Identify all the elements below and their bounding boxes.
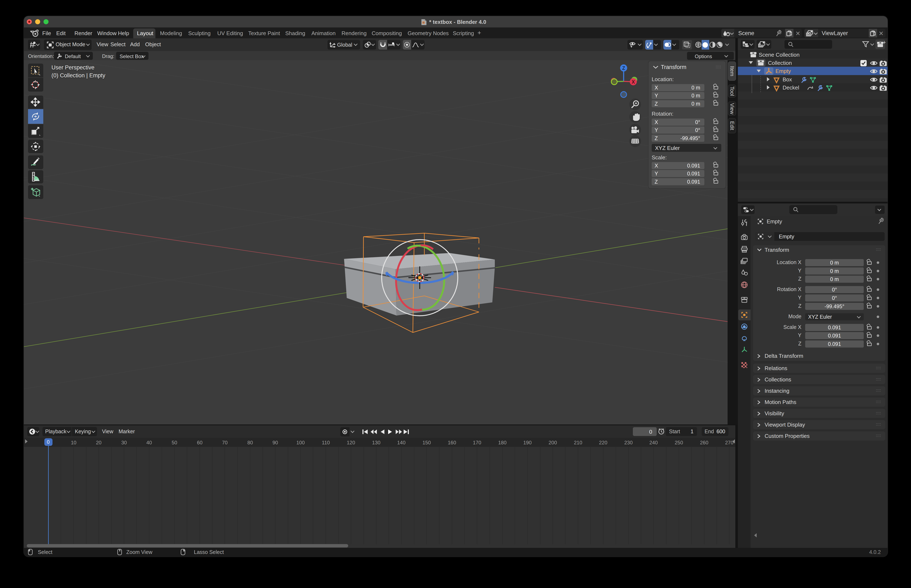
- svg-text:160: 160: [448, 440, 456, 446]
- svg-text:60: 60: [197, 440, 203, 446]
- svg-text:100: 100: [296, 440, 305, 446]
- svg-text:120: 120: [347, 440, 355, 446]
- svg-text:130: 130: [372, 440, 380, 446]
- svg-text:X: X: [632, 79, 635, 85]
- svg-text:20: 20: [96, 440, 102, 446]
- svg-text:230: 230: [624, 440, 633, 446]
- svg-text:180: 180: [498, 440, 507, 446]
- svg-text:140: 140: [397, 440, 405, 446]
- svg-text:170: 170: [473, 440, 481, 446]
- svg-text:30: 30: [121, 440, 127, 446]
- svg-text:10: 10: [71, 440, 76, 446]
- svg-text:70: 70: [222, 440, 228, 446]
- svg-text:200: 200: [549, 440, 557, 446]
- svg-text:Z: Z: [622, 65, 625, 71]
- svg-text:40: 40: [146, 440, 152, 446]
- svg-text:250: 250: [675, 440, 683, 446]
- svg-text:110: 110: [322, 440, 330, 446]
- svg-text:240: 240: [649, 440, 658, 446]
- svg-text:90: 90: [273, 440, 278, 446]
- svg-text:220: 220: [599, 440, 607, 446]
- svg-text:80: 80: [247, 440, 253, 446]
- svg-text:50: 50: [172, 440, 177, 446]
- svg-text:260: 260: [700, 440, 708, 446]
- svg-text:150: 150: [422, 440, 431, 446]
- svg-text:210: 210: [574, 440, 582, 446]
- svg-text:190: 190: [523, 440, 531, 446]
